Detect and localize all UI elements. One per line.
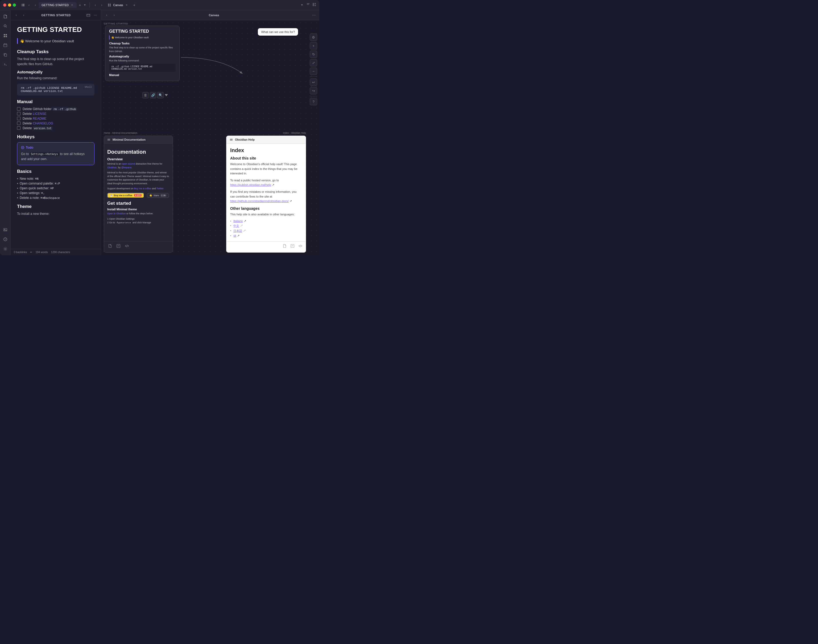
forward-btn-left[interactable]: › [32,2,38,8]
note-title: GETTING STARTED [17,26,94,34]
svg-rect-38 [230,139,232,140]
canvas-forward-btn[interactable]: › [111,12,117,18]
tab-dropdown-right[interactable]: ▾ [300,3,304,7]
lang-link-2[interactable]: 日本語 [234,229,242,232]
note-pane-actions: ⋯ [85,12,98,18]
tab-canvas[interactable]: Canvas ✕ [105,2,131,8]
canvas-back-btn[interactable]: ‹ [104,12,110,18]
sidebar-icon-photo[interactable] [1,225,9,234]
doc-card-content[interactable]: Documentation Overview Minimal is an ope… [104,144,173,241]
forward-btn-right[interactable]: › [99,2,105,8]
bullet-3: Open settings: ⌘, [17,191,94,195]
lang-link-1[interactable]: 中文 [234,224,239,227]
svg-rect-9 [315,3,316,4]
doc-step-1: 1 Open Obsidian Settings [107,217,169,221]
new-tab-btn-right[interactable]: + [132,2,137,8]
canvas-expand-btn[interactable]: ⤢ [310,59,317,66]
open-source-link[interactable]: open source [122,163,135,165]
code-content: rm -rf .github LICENSE README.md CHANGEL… [21,86,77,93]
card-delete-btn[interactable]: 🗑 [142,92,149,98]
changelog-link[interactable]: CHANGELOG [33,121,53,125]
canvas-refresh-btn[interactable]: ↻ [310,51,317,58]
tab-getting-started[interactable]: GETTING STARTED ✕ [39,2,77,8]
canvas-pane: ‹ › Canvas ⋯ GETTING STARTED GETTING STA… [101,10,319,255]
maximize-button[interactable] [13,3,16,7]
readme-link[interactable]: README [33,117,46,120]
open-in-obsidian-link[interactable]: Open in Obsidian [107,212,126,215]
sidebar-icon-files[interactable] [1,12,9,21]
canvas-add-btn[interactable]: + [310,42,317,49]
sidebar-icon-grid[interactable] [1,31,9,40]
canvas-main-card[interactable]: GETTING STARTED 👋 Welcome to your Obsidi… [105,26,180,81]
minimize-button[interactable] [8,3,11,7]
checkbox-list: Delete GitHub folder rm -rf .github Dele… [17,107,94,130]
canvas-cleanup-h2: Cleanup Tasks [109,42,175,45]
svg-rect-39 [230,140,232,140]
bmc-button[interactable]: ☕ Buy me a coffee ♥ 277 [107,193,144,198]
kepano-link[interactable]: @kepano [121,166,132,169]
note-back-btn[interactable]: ‹ [13,12,19,18]
sidebar-toggle-right[interactable] [306,3,310,7]
sidebar-toggle-icon[interactable] [20,2,26,8]
help-footer-note-icon[interactable] [290,243,295,248]
lang-link-3[interactable]: sk [234,234,236,237]
help-github-link[interactable]: https://github.com/obsidianmd/obsidian-d… [230,199,289,202]
help-footer-code-icon[interactable] [298,243,303,248]
help-hosted-p: To read a public hosted version, go to h… [230,178,302,187]
reading-mode-btn[interactable] [85,12,91,18]
canvas-settings-btn[interactable]: ⚙ [310,34,317,41]
bmc-heart: ♥ 277 [134,194,141,196]
canvas-area[interactable]: GETTING STARTED GETTING STARTED 👋 Welcom… [101,20,319,255]
stars-button[interactable]: ⭐ Stars 2.3k [147,193,169,198]
question-bubble[interactable]: What can we use this for? [258,28,298,35]
back-btn-left[interactable]: ‹ [26,2,32,8]
lang-link-0[interactable]: Italiano [234,219,243,222]
note-content[interactable]: GETTING STARTED 👋 Welcome to your Obsidi… [11,20,101,249]
obsidian-link[interactable]: Obsidian [107,166,117,169]
card-link-btn[interactable]: 🔗 [150,92,156,98]
svg-point-27 [5,248,6,250]
sidebar-icon-copy[interactable] [1,51,9,59]
canvas-help-btn[interactable]: ? [310,98,317,105]
sidebar-icon-terminal[interactable] [1,60,9,69]
layout-icon[interactable] [312,3,316,7]
close-button[interactable] [3,3,6,7]
toolbar-divider [310,77,317,77]
todo-text: Go to Settings->Hotkeys to see all hotke… [21,152,91,162]
canvas-undo-btn[interactable]: ↩ [310,78,317,86]
tab-close-getting-started[interactable]: ✕ [70,3,74,7]
canvas-redo-btn[interactable]: ↪ [310,87,317,94]
new-tab-btn-left[interactable]: + [77,2,83,8]
footer-note-icon[interactable] [116,243,121,248]
canvas-zoom-out-btn[interactable]: − [310,67,317,75]
help-hosted-link[interactable]: https://publish.obsidian.md/help [230,183,271,186]
sidebar-icon-calendar[interactable] [1,41,9,49]
tab-dropdown-left[interactable]: ▾ [83,3,87,7]
sidebar-icon-search[interactable] [1,22,9,30]
checkbox-2[interactable] [17,117,20,120]
note-status-bar: 0 backlinks ✏ 194 words 1290 characters [11,249,101,255]
checkbox-1[interactable] [17,112,20,115]
license-link[interactable]: LICENSE [33,112,46,116]
svg-rect-13 [4,34,5,35]
note-forward-btn[interactable]: › [21,12,27,18]
back-btn-right[interactable]: ‹ [92,2,98,8]
tab-close-canvas[interactable]: ✕ [125,3,129,7]
footer-code-icon[interactable] [124,243,129,248]
help-card[interactable]: Obsidian Help Index About this site Welc… [226,136,306,253]
sidebar-icon-settings[interactable] [1,245,9,253]
bmc-link[interactable]: Buy me a coffee [134,187,151,190]
checkbox-label-0: Delete GitHub folder rm -rf .github [23,107,77,111]
checkbox-4[interactable] [17,126,20,130]
sidebar-icon-help[interactable]: ? [1,235,9,244]
doc-card[interactable]: Minimal Documentation Documentation Over… [104,136,173,253]
checkbox-0[interactable] [17,107,20,110]
more-options-btn[interactable]: ⋯ [92,12,98,18]
twitter-link[interactable]: Twitter [157,187,164,190]
help-card-content[interactable]: Index About this site Welcome to Obsidia… [226,144,306,241]
footer-file-icon[interactable] [107,243,112,248]
card-zoom-btn[interactable]: 🔍 [157,92,164,98]
canvas-more-btn[interactable]: ⋯ [311,12,317,18]
checkbox-3[interactable] [17,121,20,125]
help-footer-file-icon[interactable] [282,243,287,248]
